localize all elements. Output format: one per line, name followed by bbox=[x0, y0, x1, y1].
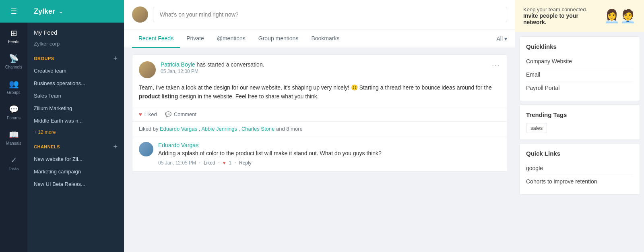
feed-tabs: Recent Feeds Private @mentions Group men… bbox=[124, 29, 515, 48]
invite-illustration: 👩‍💼🧑‍💼 bbox=[604, 8, 636, 24]
app-logo-header: ☰ bbox=[0, 0, 27, 23]
comment-author-avatar bbox=[139, 142, 153, 156]
heart-icon: ♥ bbox=[139, 111, 142, 117]
channels-icon: 📡 bbox=[9, 54, 19, 63]
nav-channels[interactable]: 📡 Channels bbox=[0, 48, 27, 73]
tab-group-mentions[interactable]: Group mentions bbox=[252, 29, 305, 48]
comment-author-name[interactable]: Eduardo Vargas bbox=[158, 142, 500, 148]
post-author-name[interactable]: Patricia Boyle bbox=[161, 61, 195, 68]
dot-separator2: • bbox=[219, 161, 220, 165]
comment-button[interactable]: 💬 Comment bbox=[165, 111, 196, 117]
sidebar-item-sales-team[interactable]: Sales Team bbox=[27, 90, 124, 102]
trending-tag-sales[interactable]: sales bbox=[526, 123, 547, 133]
quicklink-cohorts[interactable]: Cohorts to improve retention bbox=[526, 175, 633, 188]
post-author-avatar bbox=[139, 61, 156, 78]
tab-bookmarks[interactable]: Bookmarks bbox=[305, 29, 346, 48]
nav-groups[interactable]: 👥 Groups bbox=[0, 73, 27, 99]
sidebar-item-creative-team[interactable]: Creative team bbox=[27, 65, 124, 77]
nav-feeds[interactable]: ⊞ Feeds bbox=[0, 23, 27, 48]
comment-like-button[interactable]: Liked bbox=[204, 160, 215, 166]
feeds-icon: ⊞ bbox=[10, 28, 17, 38]
liker1-link[interactable]: Eduardo Vargas bbox=[160, 126, 197, 132]
like-button[interactable]: ♥ Liked bbox=[139, 111, 157, 117]
comment-section: Eduardo Vargas Adding a splash of color … bbox=[132, 136, 507, 171]
liker2-link[interactable]: Abbie Jennings bbox=[201, 126, 237, 132]
right-panel: Keep your team connected. Invite people … bbox=[515, 0, 644, 252]
quicklinks-title: Quicklinks bbox=[526, 43, 633, 50]
quick-links-section: Quick Links google Cohorts to improve re… bbox=[519, 143, 640, 195]
sidebar-item-new-website[interactable]: New website for Zil... bbox=[27, 153, 124, 165]
tab-private[interactable]: Private bbox=[180, 29, 211, 48]
post-card: Patricia Boyle has started a conversatio… bbox=[132, 54, 507, 172]
groups-section-header: GROUPS + bbox=[27, 52, 124, 65]
sidebar-chevron[interactable]: ⌄ bbox=[58, 8, 63, 15]
comment-text: Adding a splash of color to the product … bbox=[158, 149, 500, 158]
sidebar-my-feed[interactable]: My Feed bbox=[27, 23, 124, 39]
quicklink-payroll-portal[interactable]: Payroll Portal bbox=[526, 81, 633, 94]
sidebar-item-zillum-marketing[interactable]: Zillum Marketing bbox=[27, 102, 124, 115]
dot-separator3: • bbox=[235, 161, 236, 165]
dot-separator: • bbox=[199, 161, 200, 165]
main-content: Recent Feeds Private @mentions Group men… bbox=[124, 0, 515, 252]
post-body: Team, I've taken a look at the design fo… bbox=[132, 83, 507, 107]
tab-recent-feeds[interactable]: Recent Feeds bbox=[132, 29, 180, 48]
sidebar-org-name[interactable]: Zylker corp bbox=[27, 39, 124, 52]
post-author-action: has started a conversation. bbox=[195, 61, 264, 68]
compose-input[interactable] bbox=[153, 7, 507, 22]
post-header: Patricia Boyle has started a conversatio… bbox=[132, 55, 507, 83]
icon-nav: ☰ ⊞ Feeds 📡 Channels 👥 Groups 💬 Forums 📖… bbox=[0, 0, 27, 252]
current-user-avatar bbox=[132, 6, 148, 23]
tasks-icon: ✓ bbox=[10, 155, 17, 165]
nav-tasks[interactable]: ✓ Tasks bbox=[0, 150, 27, 175]
add-group-button[interactable]: + bbox=[113, 55, 118, 62]
trending-tags-title: Trending Tags bbox=[526, 111, 633, 118]
comment-icon: 💬 bbox=[165, 111, 171, 117]
post-actions: ♥ Liked 💬 Comment bbox=[132, 107, 507, 121]
comment-reply-button[interactable]: Reply bbox=[239, 160, 252, 166]
chevron-down-icon: ▾ bbox=[504, 35, 507, 42]
app-name: Zylker bbox=[34, 7, 55, 16]
sidebar-header: Zylker ⌄ bbox=[27, 0, 124, 23]
comment-heart-icon: ♥ bbox=[223, 160, 225, 166]
sidebar: Zylker ⌄ My Feed Zylker corp GROUPS + Cr… bbox=[27, 0, 124, 252]
invite-banner: Keep your team connected. Invite people … bbox=[515, 0, 644, 32]
groups-icon: 👥 bbox=[9, 79, 19, 89]
comment-content: Eduardo Vargas Adding a splash of color … bbox=[158, 142, 500, 166]
manuals-icon: 📖 bbox=[9, 130, 19, 140]
quicklinks-section: Quicklinks Company Website Email Payroll… bbox=[519, 36, 640, 101]
post-meta: Patricia Boyle has started a conversatio… bbox=[161, 61, 487, 74]
sidebar-item-marketing-campaign[interactable]: Marketing campaign bbox=[27, 165, 124, 178]
forums-icon: 💬 bbox=[9, 104, 19, 114]
quicklink-company-website[interactable]: Company Website bbox=[526, 55, 633, 68]
quicklink-email[interactable]: Email bbox=[526, 68, 633, 81]
quick-links-title: Quick Links bbox=[526, 150, 633, 157]
post-options-button[interactable]: ··· bbox=[492, 61, 500, 70]
trending-tags-section: Trending Tags sales bbox=[519, 104, 640, 140]
nav-manuals[interactable]: 📖 Manuals bbox=[0, 124, 27, 150]
compose-area bbox=[124, 0, 515, 29]
groups-section-label: GROUPS bbox=[34, 56, 54, 61]
hamburger-icon[interactable]: ☰ bbox=[10, 7, 17, 16]
invite-text: Keep your team connected. Invite people … bbox=[523, 6, 599, 25]
tab-mentions[interactable]: @mentions bbox=[211, 29, 252, 48]
groups-more-link[interactable]: + 12 more bbox=[27, 127, 124, 140]
sidebar-item-business-ops[interactable]: Business operations... bbox=[27, 77, 124, 90]
quicklink-google[interactable]: google bbox=[526, 162, 633, 175]
comment-meta: 05 Jan, 12:05 PM • Liked • ♥ 1 • Reply bbox=[158, 160, 500, 166]
post-author-line: Patricia Boyle has started a conversatio… bbox=[161, 61, 487, 68]
channels-section-label: CHANNELS bbox=[34, 144, 60, 149]
tab-all-dropdown[interactable]: All ▾ bbox=[496, 35, 507, 42]
post-likes: Liked by Eduardo Vargas , Abbie Jennings… bbox=[132, 121, 507, 136]
sidebar-item-new-ui-beta[interactable]: New UI Beta Releas... bbox=[27, 178, 124, 190]
channels-section-header: CHANNELS + bbox=[27, 140, 124, 153]
sidebar-item-middle-earth[interactable]: Middle Earth was n... bbox=[27, 115, 124, 127]
nav-forums[interactable]: 💬 Forums bbox=[0, 99, 27, 124]
feed-content: Patricia Boyle has started a conversatio… bbox=[124, 48, 515, 252]
add-channel-button[interactable]: + bbox=[113, 143, 118, 150]
liker3-link[interactable]: Charles Stone bbox=[242, 126, 275, 132]
post-timestamp: 05 Jan, 12:00 PM bbox=[161, 69, 487, 74]
